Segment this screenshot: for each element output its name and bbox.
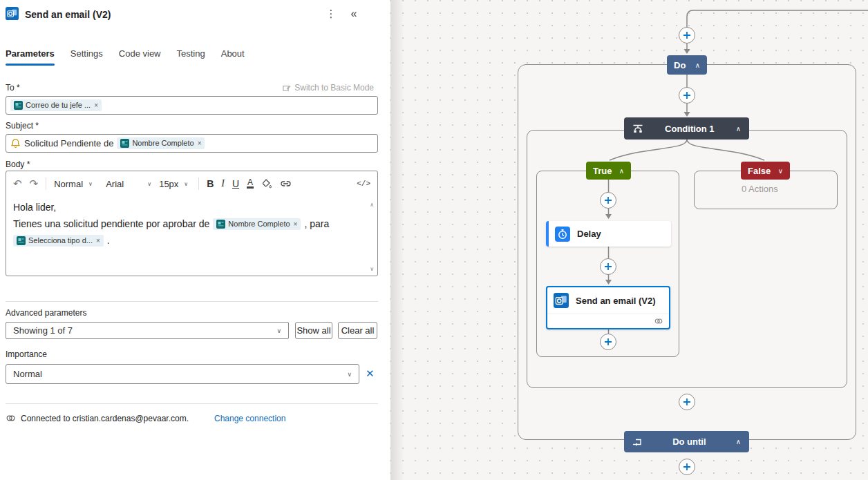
insert-step-button[interactable] <box>679 87 695 104</box>
delay-action-card[interactable]: Delay <box>546 221 671 247</box>
insert-step-button[interactable] <box>679 459 695 475</box>
code-view-icon[interactable]: </> <box>357 180 370 188</box>
connection-reference-icon[interactable] <box>654 316 663 326</box>
to-input[interactable]: Correo de tu jefe ... × <box>6 96 378 115</box>
remove-token-icon[interactable]: × <box>96 236 100 245</box>
tab-code-view[interactable]: Code view <box>119 48 161 63</box>
highlight-bucket-icon[interactable] <box>261 178 272 189</box>
forms-icon <box>14 101 23 110</box>
tab-parameters[interactable]: Parameters <box>6 48 55 63</box>
remove-token-icon[interactable]: × <box>198 139 202 148</box>
insert-step-button[interactable] <box>679 394 695 410</box>
insert-step-button[interactable] <box>600 334 616 350</box>
do-until-header[interactable]: Do until ∧ <box>624 431 749 452</box>
body-content[interactable]: Hola lider, Tienes una solicitud pendien… <box>6 196 377 251</box>
outlook-icon <box>6 7 19 20</box>
false-branch-header[interactable]: False ∨ <box>741 162 790 180</box>
plus-icon <box>604 338 612 346</box>
link-icon[interactable] <box>280 178 292 189</box>
insert-step-button[interactable] <box>600 192 616 209</box>
subject-input[interactable]: Solicitud Pendiente de Nombre Completo × <box>6 134 378 153</box>
insert-step-button[interactable] <box>600 258 616 275</box>
panel-shadow <box>390 0 404 480</box>
chevron-down-icon: ∨ <box>88 181 93 187</box>
condition-header[interactable]: Condition 1 ∧ <box>624 117 749 140</box>
undo-icon[interactable]: ↶ <box>13 177 22 190</box>
plus-icon <box>683 398 691 406</box>
paragraph-style-dropdown[interactable]: Normal ∨ <box>54 179 98 189</box>
body-token-chip[interactable]: Nombre Completo × <box>213 218 301 230</box>
panel-tabs: Parameters Settings Code view Testing Ab… <box>6 48 245 63</box>
flow-canvas[interactable]: 0 Actions <box>390 0 868 480</box>
to-token-chip[interactable]: Correo de tu jefe ... × <box>10 99 102 111</box>
redo-icon[interactable]: ↷ <box>30 177 39 190</box>
font-color-icon[interactable]: A <box>247 179 254 189</box>
tab-settings[interactable]: Settings <box>70 48 103 63</box>
scroll-down-icon[interactable]: ∨ <box>370 266 374 272</box>
insert-step-button[interactable] <box>679 27 695 44</box>
importance-label: Importance <box>6 349 47 359</box>
font-size-dropdown[interactable]: 15px ∨ <box>159 179 191 189</box>
toolbar-separator <box>198 177 199 190</box>
outlook-icon <box>554 293 569 308</box>
subject-token-label: Nombre Completo <box>132 139 194 148</box>
remove-token-icon[interactable]: × <box>294 220 298 229</box>
tab-about[interactable]: About <box>221 48 245 63</box>
tab-testing[interactable]: Testing <box>177 48 205 63</box>
condition-icon <box>632 124 643 134</box>
bell-icon <box>10 138 21 148</box>
advanced-parameters-dropdown[interactable]: Showing 1 of 7 ∨ <box>6 322 289 339</box>
underline-icon[interactable]: U <box>232 178 239 189</box>
body-token-label: Nombre Completo <box>228 220 290 229</box>
switch-basic-mode-link[interactable]: Switch to Basic Mode <box>282 83 374 93</box>
body-token-label: Selecciona tipo d... <box>28 236 93 245</box>
collapse-branch-icon[interactable]: ∧ <box>619 167 624 175</box>
do-scope-header[interactable]: Do ∧ <box>667 55 707 75</box>
forms-icon <box>120 139 129 148</box>
collapse-panel-icon[interactable]: « <box>346 8 362 20</box>
clear-all-button[interactable]: Clear all <box>338 322 377 339</box>
importance-dropdown[interactable]: Normal ∨ <box>6 364 359 384</box>
italic-icon[interactable]: I <box>221 178 225 189</box>
plus-icon <box>683 31 691 39</box>
send-email-action-card[interactable]: Send an email (V2) <box>546 286 670 329</box>
body-editor[interactable]: ↶ ↷ Normal ∨ Arial ∨ 15px ∨ B I U <box>6 171 378 276</box>
to-token-label: Correo de tu jefe ... <box>26 101 91 110</box>
rich-text-toolbar: ↶ ↷ Normal ∨ Arial ∨ 15px ∨ B I U <box>6 171 377 196</box>
action-parameters-panel: Send an email (V2) ⋮ « Parameters Settin… <box>0 0 390 480</box>
change-connection-link[interactable]: Change connection <box>214 414 285 423</box>
connection-footer: Connected to cristian.cardenas@pevaar.co… <box>6 413 285 423</box>
chevron-down-icon: ∨ <box>276 327 281 334</box>
remove-token-icon[interactable]: × <box>94 101 98 110</box>
body-line: Tienes una solicitud pendiente por aprob… <box>13 215 366 232</box>
forms-icon <box>17 236 26 245</box>
switch-mode-icon <box>282 84 291 93</box>
true-branch-header[interactable]: True ∧ <box>586 162 631 180</box>
false-branch-empty-text: 0 Actions <box>742 184 778 194</box>
body-line: Selecciona tipo d... × . <box>13 232 366 249</box>
plus-icon <box>604 196 612 204</box>
expand-branch-icon[interactable]: ∨ <box>778 167 783 175</box>
chevron-down-icon: ∨ <box>347 371 352 378</box>
clear-importance-icon[interactable]: ✕ <box>366 367 375 380</box>
body-token-chip[interactable]: Selecciona tipo d... × <box>13 235 104 247</box>
font-dropdown[interactable]: Arial ∨ <box>106 179 151 189</box>
advanced-parameters-label: Advanced parameters <box>6 308 86 318</box>
collapse-scope-icon[interactable]: ∧ <box>736 438 741 445</box>
plus-icon <box>683 463 691 471</box>
bold-icon[interactable]: B <box>207 178 214 189</box>
scroll-up-icon[interactable]: ∧ <box>370 202 374 208</box>
more-options-icon[interactable]: ⋮ <box>323 8 339 20</box>
subject-text: Solicitud Pendiente de <box>24 138 113 148</box>
delay-label: Delay <box>577 229 601 239</box>
show-all-button[interactable]: Show all <box>295 322 332 339</box>
section-divider <box>6 301 378 302</box>
connection-icon <box>6 413 16 423</box>
power-automate-designer: Send an email (V2) ⋮ « Parameters Settin… <box>0 0 868 480</box>
collapse-scope-icon[interactable]: ∧ <box>695 61 700 69</box>
collapse-scope-icon[interactable]: ∧ <box>736 125 741 133</box>
forms-icon <box>216 220 225 229</box>
do-until-loop-icon <box>632 437 643 447</box>
to-label: To * <box>6 83 20 93</box>
subject-token-chip[interactable]: Nombre Completo × <box>117 137 205 149</box>
